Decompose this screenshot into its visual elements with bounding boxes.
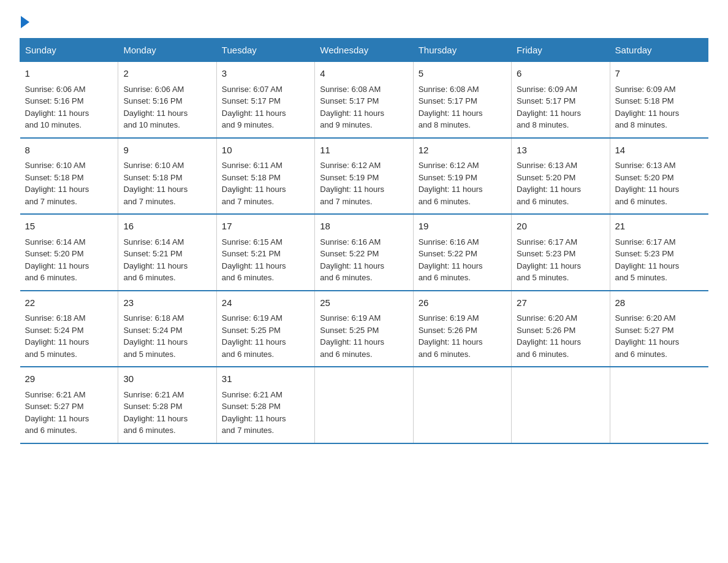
day-number: 26 <box>419 296 506 310</box>
day-info: Sunrise: 6:14 AMSunset: 5:20 PMDaylight:… <box>25 236 113 284</box>
day-number: 22 <box>25 296 113 310</box>
calendar-cell: 18Sunrise: 6:16 AMSunset: 5:22 PMDayligh… <box>315 214 413 291</box>
calendar-cell: 3Sunrise: 6:07 AMSunset: 5:17 PMDaylight… <box>216 62 314 138</box>
day-number: 28 <box>615 296 703 310</box>
calendar-cell <box>512 367 610 443</box>
calendar-cell: 11Sunrise: 6:12 AMSunset: 5:19 PMDayligh… <box>315 138 413 215</box>
calendar-cell: 31Sunrise: 6:21 AMSunset: 5:28 PMDayligh… <box>216 367 314 443</box>
calendar-cell: 16Sunrise: 6:14 AMSunset: 5:21 PMDayligh… <box>118 214 216 291</box>
day-number: 30 <box>123 372 211 386</box>
day-number: 27 <box>517 296 604 310</box>
day-info: Sunrise: 6:21 AMSunset: 5:28 PMDaylight:… <box>123 389 211 437</box>
day-number: 21 <box>615 220 703 234</box>
day-info: Sunrise: 6:17 AMSunset: 5:23 PMDaylight:… <box>615 236 703 284</box>
calendar-cell: 21Sunrise: 6:17 AMSunset: 5:23 PMDayligh… <box>610 214 708 291</box>
day-info: Sunrise: 6:19 AMSunset: 5:25 PMDaylight:… <box>320 312 408 360</box>
calendar-cell: 14Sunrise: 6:13 AMSunset: 5:20 PMDayligh… <box>610 138 708 215</box>
day-info: Sunrise: 6:13 AMSunset: 5:20 PMDaylight:… <box>615 159 703 207</box>
calendar-cell: 25Sunrise: 6:19 AMSunset: 5:25 PMDayligh… <box>315 291 413 367</box>
day-info: Sunrise: 6:08 AMSunset: 5:17 PMDaylight:… <box>320 83 408 131</box>
day-number: 5 <box>419 67 506 81</box>
day-number: 8 <box>25 144 113 158</box>
calendar-cell: 6Sunrise: 6:09 AMSunset: 5:17 PMDaylight… <box>512 62 610 138</box>
day-number: 31 <box>222 372 309 386</box>
day-info: Sunrise: 6:11 AMSunset: 5:18 PMDaylight:… <box>222 159 309 207</box>
day-info: Sunrise: 6:20 AMSunset: 5:27 PMDaylight:… <box>615 312 703 360</box>
calendar-cell: 13Sunrise: 6:13 AMSunset: 5:20 PMDayligh… <box>512 138 610 215</box>
day-number: 25 <box>320 296 408 310</box>
day-info: Sunrise: 6:09 AMSunset: 5:18 PMDaylight:… <box>615 83 703 131</box>
day-info: Sunrise: 6:21 AMSunset: 5:27 PMDaylight:… <box>25 389 113 437</box>
calendar-week-4: 22Sunrise: 6:18 AMSunset: 5:24 PMDayligh… <box>20 291 708 367</box>
calendar-cell: 10Sunrise: 6:11 AMSunset: 5:18 PMDayligh… <box>216 138 314 215</box>
day-number: 18 <box>320 220 408 234</box>
day-number: 16 <box>123 220 211 234</box>
day-number: 19 <box>419 220 506 234</box>
day-number: 14 <box>615 144 703 158</box>
day-info: Sunrise: 6:18 AMSunset: 5:24 PMDaylight:… <box>123 312 211 360</box>
day-info: Sunrise: 6:16 AMSunset: 5:22 PMDaylight:… <box>419 236 506 284</box>
day-info: Sunrise: 6:20 AMSunset: 5:26 PMDaylight:… <box>517 312 604 360</box>
day-number: 11 <box>320 144 408 158</box>
calendar-cell: 5Sunrise: 6:08 AMSunset: 5:17 PMDaylight… <box>413 62 511 138</box>
calendar-week-1: 1Sunrise: 6:06 AMSunset: 5:16 PMDaylight… <box>20 62 708 138</box>
calendar-cell: 24Sunrise: 6:19 AMSunset: 5:25 PMDayligh… <box>216 291 314 367</box>
calendar-cell <box>413 367 511 443</box>
calendar-cell <box>610 367 708 443</box>
header-monday: Monday <box>118 39 216 62</box>
day-info: Sunrise: 6:06 AMSunset: 5:16 PMDaylight:… <box>25 83 113 131</box>
calendar-cell: 1Sunrise: 6:06 AMSunset: 5:16 PMDaylight… <box>20 62 118 138</box>
calendar-cell: 8Sunrise: 6:10 AMSunset: 5:18 PMDaylight… <box>20 138 118 215</box>
calendar-cell: 15Sunrise: 6:14 AMSunset: 5:20 PMDayligh… <box>20 214 118 291</box>
day-info: Sunrise: 6:21 AMSunset: 5:28 PMDaylight:… <box>222 389 309 437</box>
header-thursday: Thursday <box>413 39 511 62</box>
calendar-cell: 22Sunrise: 6:18 AMSunset: 5:24 PMDayligh… <box>20 291 118 367</box>
day-info: Sunrise: 6:13 AMSunset: 5:20 PMDaylight:… <box>517 159 604 207</box>
day-number: 13 <box>517 144 604 158</box>
day-number: 3 <box>222 67 309 81</box>
calendar-cell <box>315 367 413 443</box>
page-header <box>20 15 708 28</box>
day-number: 17 <box>222 220 309 234</box>
calendar-cell: 27Sunrise: 6:20 AMSunset: 5:26 PMDayligh… <box>512 291 610 367</box>
day-info: Sunrise: 6:10 AMSunset: 5:18 PMDaylight:… <box>25 159 113 207</box>
calendar-cell: 2Sunrise: 6:06 AMSunset: 5:16 PMDaylight… <box>118 62 216 138</box>
logo-arrow-icon <box>21 16 29 28</box>
day-number: 10 <box>222 144 309 158</box>
day-number: 2 <box>123 67 211 81</box>
calendar-cell: 26Sunrise: 6:19 AMSunset: 5:26 PMDayligh… <box>413 291 511 367</box>
day-number: 15 <box>25 220 113 234</box>
header-friday: Friday <box>512 39 610 62</box>
calendar-cell: 4Sunrise: 6:08 AMSunset: 5:17 PMDaylight… <box>315 62 413 138</box>
calendar-cell: 12Sunrise: 6:12 AMSunset: 5:19 PMDayligh… <box>413 138 511 215</box>
calendar-week-3: 15Sunrise: 6:14 AMSunset: 5:20 PMDayligh… <box>20 214 708 291</box>
calendar-cell: 28Sunrise: 6:20 AMSunset: 5:27 PMDayligh… <box>610 291 708 367</box>
day-info: Sunrise: 6:06 AMSunset: 5:16 PMDaylight:… <box>123 83 211 131</box>
day-number: 4 <box>320 67 408 81</box>
day-info: Sunrise: 6:07 AMSunset: 5:17 PMDaylight:… <box>222 83 309 131</box>
calendar-cell: 17Sunrise: 6:15 AMSunset: 5:21 PMDayligh… <box>216 214 314 291</box>
day-number: 23 <box>123 296 211 310</box>
day-info: Sunrise: 6:15 AMSunset: 5:21 PMDaylight:… <box>222 236 309 284</box>
header-saturday: Saturday <box>610 39 708 62</box>
calendar-header-row: SundayMondayTuesdayWednesdayThursdayFrid… <box>20 39 708 62</box>
calendar-week-2: 8Sunrise: 6:10 AMSunset: 5:18 PMDaylight… <box>20 138 708 215</box>
day-info: Sunrise: 6:09 AMSunset: 5:17 PMDaylight:… <box>517 83 604 131</box>
day-number: 24 <box>222 296 309 310</box>
calendar-cell: 7Sunrise: 6:09 AMSunset: 5:18 PMDaylight… <box>610 62 708 138</box>
day-number: 12 <box>419 144 506 158</box>
day-number: 7 <box>615 67 703 81</box>
header-sunday: Sunday <box>20 39 118 62</box>
day-number: 20 <box>517 220 604 234</box>
day-number: 1 <box>25 67 113 81</box>
logo <box>20 15 29 28</box>
calendar-cell: 19Sunrise: 6:16 AMSunset: 5:22 PMDayligh… <box>413 214 511 291</box>
calendar-cell: 9Sunrise: 6:10 AMSunset: 5:18 PMDaylight… <box>118 138 216 215</box>
calendar-table: SundayMondayTuesdayWednesdayThursdayFrid… <box>20 38 708 444</box>
day-info: Sunrise: 6:12 AMSunset: 5:19 PMDaylight:… <box>419 159 506 207</box>
day-info: Sunrise: 6:18 AMSunset: 5:24 PMDaylight:… <box>25 312 113 360</box>
day-info: Sunrise: 6:16 AMSunset: 5:22 PMDaylight:… <box>320 236 408 284</box>
header-wednesday: Wednesday <box>315 39 413 62</box>
day-info: Sunrise: 6:19 AMSunset: 5:26 PMDaylight:… <box>419 312 506 360</box>
calendar-cell: 23Sunrise: 6:18 AMSunset: 5:24 PMDayligh… <box>118 291 216 367</box>
